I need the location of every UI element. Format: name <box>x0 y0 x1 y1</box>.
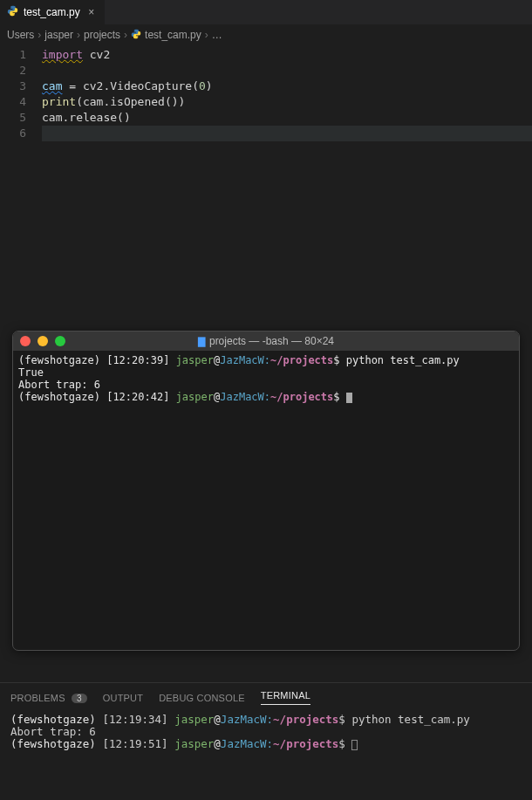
macos-titlebar[interactable]: ▇ projects — -bash — 80×24 <box>13 332 519 351</box>
tab-problems[interactable]: PROBLEMS 3 <box>10 693 87 703</box>
macos-terminal-body[interactable]: (fewshotgaze) [12:20:39] jasper@JazMacW:… <box>13 351 519 407</box>
python-icon <box>7 5 18 19</box>
python-icon <box>131 29 141 42</box>
panel-tabs: PROBLEMS 3 OUTPUT DEBUG CONSOLE TERMINAL <box>0 683 532 710</box>
minimize-window-button[interactable] <box>38 336 48 346</box>
vscode-terminal-body[interactable]: (fewshotgaze) [12:19:34] jasper@JazMacW:… <box>0 710 532 754</box>
chevron-right-icon: › <box>205 29 208 41</box>
chevron-right-icon: › <box>77 29 80 41</box>
breadcrumb[interactable]: Users › jasper › projects › test_cam.py … <box>0 24 532 45</box>
folder-icon: ▇ <box>198 336 205 347</box>
chevron-right-icon: › <box>38 29 41 41</box>
file-tab[interactable]: test_cam.py × <box>0 0 105 24</box>
breadcrumb-part[interactable]: projects <box>84 29 120 41</box>
close-window-button[interactable] <box>20 336 31 346</box>
tab-problems-label: PROBLEMS <box>10 693 65 703</box>
window-title-text: projects — -bash — 80×24 <box>209 335 334 347</box>
bottom-panel: PROBLEMS 3 OUTPUT DEBUG CONSOLE TERMINAL… <box>0 682 532 800</box>
chevron-right-icon: › <box>124 29 127 41</box>
breadcrumb-part[interactable]: jasper <box>44 29 73 41</box>
breadcrumb-file[interactable]: test_cam.py <box>145 29 201 41</box>
code-editor[interactable]: 123456 import cv2 cam = cv2.VideoCapture… <box>0 45 532 141</box>
close-icon[interactable]: × <box>85 6 98 18</box>
macos-terminal-window[interactable]: ▇ projects — -bash — 80×24 (fewshotgaze)… <box>12 331 520 651</box>
tab-filename: test_cam.py <box>24 6 80 18</box>
zoom-window-button[interactable] <box>55 336 65 346</box>
problems-badge: 3 <box>72 694 87 703</box>
line-gutter: 123456 <box>0 47 42 141</box>
tab-bar: test_cam.py × <box>0 0 532 24</box>
window-title: ▇ projects — -bash — 80×24 <box>13 335 519 347</box>
code-area[interactable]: import cv2 cam = cv2.VideoCapture(0)prin… <box>42 47 532 141</box>
breadcrumb-part[interactable]: Users <box>7 29 34 41</box>
tab-debug-console[interactable]: DEBUG CONSOLE <box>159 693 245 703</box>
tab-terminal[interactable]: TERMINAL <box>261 690 310 705</box>
tab-output[interactable]: OUTPUT <box>103 693 143 703</box>
breadcrumb-tail[interactable]: … <box>212 29 222 41</box>
traffic-lights <box>20 336 65 346</box>
